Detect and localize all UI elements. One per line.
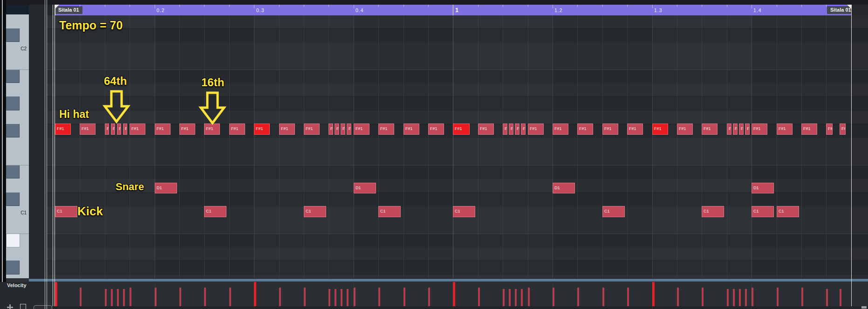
midi-note-hihat[interactable]: F#1 <box>428 124 444 135</box>
velocity-bar[interactable] <box>335 289 336 306</box>
midi-note-hihat[interactable]: F#1 <box>179 124 195 135</box>
velocity-bar[interactable] <box>528 288 530 306</box>
velocity-bar[interactable] <box>503 289 505 306</box>
velocity-bar[interactable] <box>739 289 741 306</box>
velocity-bar[interactable] <box>677 288 679 306</box>
midi-note-hihat[interactable]: F#1 <box>335 124 339 135</box>
midi-note-hihat[interactable]: F#1 <box>328 124 333 135</box>
piano-key-black[interactable] <box>6 69 20 83</box>
midi-note-hihat[interactable]: F#1 <box>677 124 693 135</box>
velocity-bar[interactable] <box>801 288 803 306</box>
midi-note-kick[interactable]: C1 <box>55 206 77 217</box>
piano-key-black[interactable] <box>6 192 20 206</box>
midi-note-kick[interactable]: C1 <box>777 206 799 217</box>
velocity-bar[interactable] <box>229 288 231 306</box>
midi-note-hihat[interactable]: F#1 <box>602 124 618 135</box>
midi-note-snare[interactable]: D1 <box>155 183 177 193</box>
velocity-bar[interactable] <box>602 288 604 306</box>
velocity-lane-divider[interactable] <box>29 278 868 282</box>
velocity-bar[interactable] <box>627 288 629 306</box>
piano-key-black[interactable] <box>6 124 20 137</box>
velocity-bar[interactable] <box>428 288 430 306</box>
velocity-bar[interactable] <box>111 289 113 306</box>
midi-note-hihat[interactable]: F#1 <box>702 124 718 135</box>
velocity-bar[interactable] <box>279 288 281 306</box>
midi-note-hihat[interactable]: F#1 <box>652 124 668 135</box>
velocity-bar[interactable] <box>123 289 125 306</box>
velocity-bar[interactable] <box>304 288 306 306</box>
midi-note-kick[interactable]: C1 <box>702 206 724 217</box>
midi-note-snare[interactable]: D1 <box>354 183 376 193</box>
midi-note-hihat[interactable]: F#1 <box>478 124 494 135</box>
velocity-bar[interactable] <box>840 289 841 306</box>
velocity-bar[interactable] <box>745 289 747 306</box>
midi-note-hihat[interactable]: F#1 <box>453 124 470 135</box>
midi-note-hihat[interactable]: F#1 <box>577 124 593 135</box>
piano-keyboard[interactable]: C2C1 <box>6 5 29 278</box>
midi-note-hihat[interactable]: F#1 <box>155 124 171 135</box>
midi-note-hihat[interactable]: F#1 <box>80 124 96 135</box>
midi-note-hihat[interactable]: F#1 <box>123 124 127 135</box>
piano-key-black[interactable] <box>6 261 20 274</box>
velocity-bar[interactable] <box>105 289 107 306</box>
timeline-ruler[interactable]: Sitala 01 Sitala 01 2 0.20.30.411.21.31.… <box>47 5 868 15</box>
midi-note-hihat[interactable]: F#1 <box>528 124 544 135</box>
midi-note-kick[interactable]: C1 <box>453 206 475 217</box>
midi-note-hihat[interactable]: F#1 <box>840 124 846 135</box>
velocity-bar[interactable] <box>733 289 735 306</box>
midi-note-hihat[interactable]: F#1 <box>777 124 793 135</box>
velocity-bar[interactable] <box>347 289 349 306</box>
midi-note-hihat[interactable]: F#1 <box>111 124 115 135</box>
velocity-bar[interactable] <box>80 288 82 306</box>
midi-note-hihat[interactable]: F#1 <box>739 124 744 135</box>
velocity-bar[interactable] <box>55 282 57 306</box>
midi-note-kick[interactable]: C1 <box>602 206 625 217</box>
velocity-bar[interactable] <box>521 289 523 306</box>
midi-note-hihat[interactable]: F#1 <box>204 124 220 135</box>
velocity-bar[interactable] <box>130 288 131 306</box>
midi-note-hihat[interactable]: F#1 <box>105 124 109 135</box>
midi-note-hihat[interactable]: F#1 <box>279 124 295 135</box>
midi-note-hihat[interactable]: F#1 <box>229 124 245 135</box>
midi-note-hihat[interactable]: F#1 <box>304 124 320 135</box>
velocity-lane[interactable] <box>47 282 868 309</box>
part-end-handle-icon[interactable] <box>847 5 851 9</box>
velocity-bar[interactable] <box>478 288 480 306</box>
note-grid[interactable]: F#1F#1F#1F#1F#1F#1F#1F#1F#1F#1F#1F#1F#1F… <box>47 15 868 278</box>
velocity-bar[interactable] <box>509 289 511 306</box>
bottom-toolbar-button[interactable] <box>34 305 52 309</box>
piano-key-black[interactable] <box>6 28 20 42</box>
midi-note-hihat[interactable]: F#1 <box>341 124 345 135</box>
midi-note-hihat[interactable]: F#1 <box>509 124 513 135</box>
midi-note-kick[interactable]: C1 <box>204 206 226 217</box>
midi-note-hihat[interactable]: F#1 <box>745 124 750 135</box>
midi-note-hihat[interactable]: F#1 <box>503 124 507 135</box>
velocity-bar[interactable] <box>515 289 517 306</box>
midi-note-hihat[interactable]: F#1 <box>55 124 71 135</box>
midi-note-hihat[interactable]: F#1 <box>117 124 121 135</box>
midi-note-snare[interactable]: D1 <box>553 183 575 193</box>
midi-note-hihat[interactable]: F#1 <box>627 124 643 135</box>
midi-note-hihat[interactable]: F#1 <box>733 124 738 135</box>
velocity-bar[interactable] <box>378 288 380 306</box>
midi-note-hihat[interactable]: F#1 <box>826 124 833 135</box>
midi-note-hihat[interactable]: F#1 <box>130 124 145 135</box>
midi-note-hihat[interactable]: F#1 <box>254 124 270 135</box>
midi-note-kick[interactable]: C1 <box>752 206 774 217</box>
part-start-handle-icon[interactable] <box>55 5 59 9</box>
midi-note-hihat[interactable]: F#1 <box>378 124 394 135</box>
velocity-bar[interactable] <box>341 289 342 306</box>
velocity-bar[interactable] <box>577 288 579 306</box>
piano-key-black[interactable] <box>6 96 20 110</box>
piano-key-black[interactable] <box>6 165 20 179</box>
piano-key-pressed[interactable] <box>6 5 29 14</box>
velocity-bar[interactable] <box>826 289 828 306</box>
midi-note-hihat[interactable]: F#1 <box>347 124 351 135</box>
midi-note-kick[interactable]: C1 <box>378 206 401 217</box>
midi-note-hihat[interactable]: F#1 <box>727 124 731 135</box>
midi-note-hihat[interactable]: F#1 <box>403 124 419 135</box>
velocity-bar[interactable] <box>702 288 704 306</box>
piano-key-highlighted[interactable] <box>6 233 20 247</box>
velocity-bar[interactable] <box>204 288 206 306</box>
velocity-bar[interactable] <box>117 289 119 306</box>
